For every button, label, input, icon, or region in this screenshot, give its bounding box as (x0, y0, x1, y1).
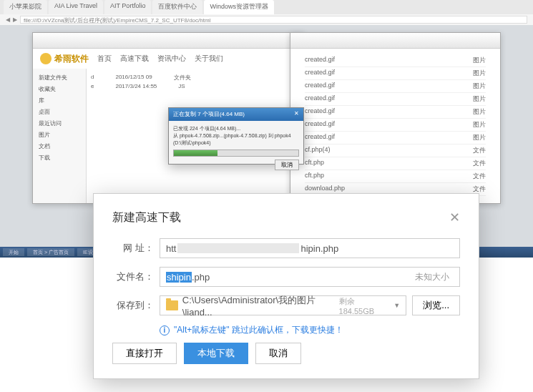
nav-link[interactable]: 首页 (97, 54, 112, 64)
nav-link[interactable]: 关于我们 (195, 54, 223, 64)
file-size: 未知大小 (415, 271, 454, 283)
tab-strip: 小苹果影院 AIA Live Travel AIT Portfolio 百度软件… (0, 0, 533, 14)
logo-icon (40, 53, 52, 64)
sidebar-item[interactable]: 下载 (36, 152, 83, 163)
explorer-sidebar: 新建文件夹 收藏夹 库 桌面 最近访问 图片 文档 下载 (33, 69, 87, 203)
copy-progress-dialog: 正在复制 7 个项目(4.64 MB)✕ 已发现 224 个项目(4.64 MB… (168, 107, 304, 165)
browser-tab[interactable]: AIT Portfolio (104, 0, 151, 14)
taskbar-item[interactable]: 首页 > 广告首页 (27, 248, 74, 256)
disk-remaining: 剩余184.55GB (339, 296, 387, 315)
browser-tab[interactable]: 小苹果影院 (4, 0, 47, 14)
progress-bar (173, 150, 299, 157)
download-button[interactable]: 本地下载 (184, 343, 248, 364)
filename-input[interactable]: shipin.php 未知大小 (160, 267, 460, 287)
nav-back-icon[interactable]: ◀ (6, 16, 10, 23)
file-row[interactable]: created.gif图片 (305, 119, 486, 132)
close-icon[interactable]: ✕ (294, 110, 299, 119)
sidebar-item[interactable]: 文档 (36, 141, 83, 152)
url-blur (177, 243, 299, 253)
browser-tab[interactable]: AIA Live Travel (49, 0, 103, 14)
url-label: 网 址： (112, 242, 154, 255)
file-row[interactable]: cft.php文件 (305, 157, 486, 170)
file-list: created.gif图片 created.gif图片 created.gif图… (290, 49, 500, 202)
sidebar-item[interactable]: 图片 (36, 129, 83, 140)
cancel-button[interactable]: 取消 (255, 343, 301, 364)
sidebar-item[interactable]: 桌面 (36, 107, 83, 117)
file-row[interactable]: created.gif图片 (305, 93, 486, 106)
file-row[interactable]: d2016/12/15 09文件夹 (91, 73, 299, 82)
nav-link[interactable]: 资讯中心 (157, 54, 186, 64)
tip-text: i "Alt+鼠标左键" 跳过此确认框，下载更快捷！ (160, 324, 460, 336)
browse-button[interactable]: 浏览... (412, 295, 460, 315)
chevron-down-icon[interactable]: ▼ (393, 302, 400, 309)
nav-link[interactable]: 高速下载 (120, 54, 149, 64)
save-path-input[interactable]: C:\Users\Administrator\我的图片\liand... 剩余1… (160, 295, 406, 315)
file-row[interactable]: created.gif图片 (305, 132, 486, 144)
site-logo: 希雨软件 (40, 53, 89, 65)
filename-label: 文件名： (112, 270, 154, 283)
address-bar[interactable]: file:///D:/xVZcna测试/后台程序(测试)/EmpireCMS_7… (20, 16, 527, 24)
nav-fwd-icon[interactable]: ▶ (13, 16, 17, 23)
folder-icon (166, 300, 178, 310)
window-titlebar (33, 33, 303, 49)
url-input[interactable]: htt hipin.php (160, 238, 460, 258)
sidebar-item[interactable]: 收藏夹 (36, 84, 83, 94)
sidebar-item[interactable]: 最近访问 (36, 118, 83, 129)
file-row[interactable]: created.gif图片 (305, 54, 486, 67)
sidebar-item[interactable]: 新建文件夹 (36, 72, 83, 83)
close-icon[interactable]: ✕ (449, 210, 460, 225)
cancel-button[interactable]: 取消 (275, 160, 299, 170)
file-row[interactable]: created.gif图片 (305, 80, 486, 93)
file-row[interactable]: cft.php文件 (305, 170, 486, 183)
browser-tab[interactable]: 百度软件中心 (152, 0, 202, 14)
progress-info: 已发现 224 个项目(4.64 MB)... (173, 125, 299, 132)
download-dialog: 新建高速下载 ✕ 网 址： htt hipin.php 文件名： shipin.… (93, 193, 479, 379)
file-row[interactable]: e2017/3/24 14:55JS (91, 82, 299, 90)
window-titlebar (290, 33, 500, 49)
saveto-label: 保存到： (112, 299, 154, 312)
file-row[interactable]: created.gif图片 (305, 106, 486, 119)
browser-chrome: 小苹果影院 AIA Live Travel AIT Portfolio 百度软件… (0, 0, 533, 25)
progress-title: 正在复制 7 个项目(4.64 MB) (173, 110, 245, 119)
start-button[interactable]: 开始 (3, 248, 24, 256)
open-directly-button[interactable]: 直接打开 (112, 343, 177, 364)
progress-text: 从 phpok-4.7.508.zip...(phpok-4.7.508.zip… (173, 132, 299, 147)
file-row[interactable]: cf.php(4)文件 (305, 144, 486, 157)
file-row[interactable]: created.gif图片 (305, 67, 486, 80)
dialog-title: 新建高速下载 (112, 210, 181, 225)
sidebar-item[interactable]: 库 (36, 95, 83, 106)
info-icon: i (160, 325, 170, 335)
browser-tab[interactable]: Windows资源管理器 (204, 0, 274, 14)
explorer-window-right: created.gif图片 created.gif图片 created.gif图… (290, 32, 501, 204)
